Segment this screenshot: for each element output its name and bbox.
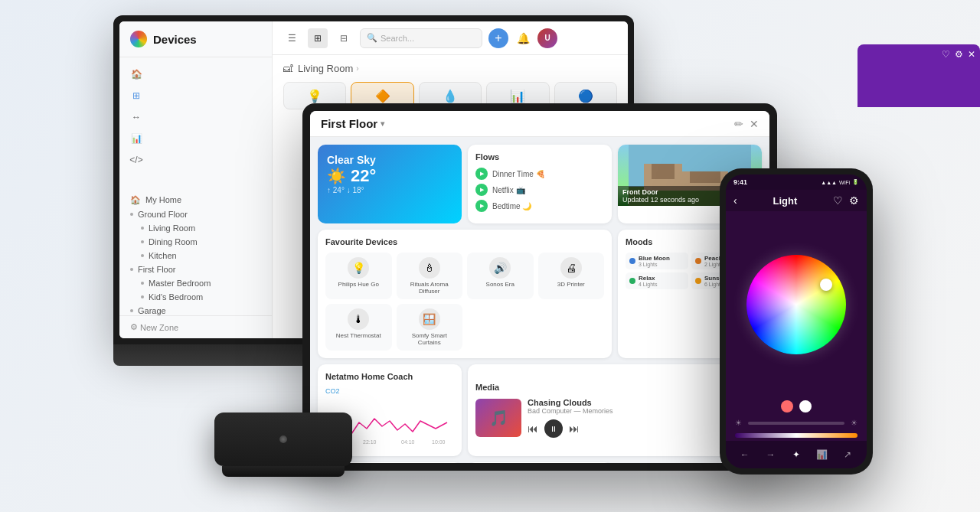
room-name: Living Room xyxy=(298,63,353,74)
nav-forward-icon[interactable]: → xyxy=(761,445,779,464)
color-wheel-cursor xyxy=(820,279,832,291)
devices-icon: ⊞ xyxy=(130,90,142,102)
flow-play-icon: ▶ xyxy=(475,200,488,212)
fav-device-philips[interactable]: 💡 Philips Hue Go xyxy=(325,253,392,299)
fav-device-rituals[interactable]: 🕯 Rituals Aroma Diffuser xyxy=(397,253,463,299)
homey-box-body xyxy=(214,413,352,466)
phone: 9:41 ▲▲▲ WiFi 🔋 ‹ Light ♡ ⚙ xyxy=(720,168,873,474)
grid-view-button[interactable]: ⊞ xyxy=(308,28,328,48)
user-avatar[interactable]: U xyxy=(537,28,557,48)
weather-temp-value: 22° xyxy=(351,166,376,186)
sidebar-logo xyxy=(130,31,147,47)
sidebar-my-home[interactable]: 🏠 My Home xyxy=(119,193,272,207)
color-temp-slider[interactable] xyxy=(735,433,858,438)
tablet-title: First Floor ▾ xyxy=(321,117,384,130)
sidebar-kitchen[interactable]: Kitchen xyxy=(119,249,272,263)
netatmo-subtitle: CO2 xyxy=(325,387,454,395)
flow-item-3[interactable]: ▶ Bedtime 🌙 xyxy=(475,200,604,212)
dropdown-arrow: ▾ xyxy=(381,119,384,128)
search-input[interactable]: 🔍 Search... xyxy=(360,28,482,48)
purple-overlay-window: ♡ ⚙ ✕ xyxy=(858,44,980,107)
svg-text:04:10: 04:10 xyxy=(401,439,415,445)
heart-icon[interactable]: ♡ xyxy=(833,194,843,207)
nav-back-icon[interactable]: ← xyxy=(736,445,754,464)
fav-devices-grid: 💡 Philips Hue Go 🕯 Rituals Aroma Diffuse… xyxy=(325,253,604,351)
tablet-body: Clear Sky ☀️ 22° ↑ 24° ↓ 18° Flows xyxy=(310,137,769,463)
list-view-button[interactable]: ☰ xyxy=(282,28,302,48)
fav-device-sonos[interactable]: 🔊 Sonos Era xyxy=(467,253,534,299)
fav-device-nest[interactable]: 🌡 Nest Thermostat xyxy=(325,304,392,351)
master-bedroom-label: Master Bedroom xyxy=(149,279,211,288)
color-preset-red[interactable] xyxy=(781,400,793,413)
flow-play-icon: ▶ xyxy=(475,184,488,196)
next-button[interactable]: ⏭ xyxy=(569,422,580,435)
sidebar-living-room[interactable]: Living Room xyxy=(119,221,272,235)
brightness-slider[interactable] xyxy=(748,422,844,425)
kitchen-label: Kitchen xyxy=(149,251,177,260)
phone-status-bar: 9:41 ▲▲▲ WiFi 🔋 xyxy=(726,174,867,190)
heart-icon: ♡ xyxy=(942,49,950,60)
somfy-name: Somfy Smart Curtains xyxy=(401,332,459,346)
philips-name: Philips Hue Go xyxy=(338,281,379,288)
sidebar-item-insights[interactable]: 📊 xyxy=(119,128,272,149)
tablet: First Floor ▾ ✏ ✕ Clear Sky ☀️ xyxy=(302,103,777,471)
phone-temp-row xyxy=(726,430,867,441)
color-wheel-container[interactable] xyxy=(726,211,867,397)
phone-time: 9:41 xyxy=(733,178,747,186)
settings-icon[interactable]: ⚙ xyxy=(849,194,859,207)
nav-color-icon[interactable]: ✦ xyxy=(787,445,805,464)
sidebar-kids-bedroom[interactable]: Kid's Bedroom xyxy=(119,290,272,304)
color-preset-white[interactable] xyxy=(799,400,812,413)
brightness-high-icon: ☀ xyxy=(851,419,858,427)
weather-icon: ☀️ xyxy=(327,167,346,185)
new-zone-item[interactable]: ⚙ New Zone xyxy=(130,322,261,332)
dining-room-label: Dining Room xyxy=(149,237,198,246)
fav-device-somfy[interactable]: 🪟 Somfy Smart Curtains xyxy=(397,304,463,351)
sidebar-ground-floor[interactable]: Ground Floor xyxy=(119,207,272,221)
printer-icon: 🖨 xyxy=(560,257,582,279)
sonos-name: Sonos Era xyxy=(486,281,514,288)
layout-view-button[interactable]: ⊟ xyxy=(334,28,354,48)
mood-blue-moon[interactable]: Blue Moon 3 Lights xyxy=(626,253,688,269)
flow-item-1[interactable]: ▶ Dinner Time 🍕 xyxy=(475,168,604,180)
nav-chart-icon[interactable]: 📊 xyxy=(813,445,831,464)
nest-name: Nest Thermostat xyxy=(336,332,381,339)
sidebar-item-developer[interactable]: </> xyxy=(119,149,272,171)
flows-title: Flows xyxy=(475,152,604,161)
notifications-button[interactable]: 🔔 xyxy=(514,30,531,47)
color-wheel[interactable] xyxy=(746,255,846,354)
nav-share-icon[interactable]: ↗ xyxy=(838,445,857,464)
sidebar-garage[interactable]: Garage xyxy=(119,304,272,316)
flow-item-2[interactable]: ▶ Netflix 📺 xyxy=(475,184,604,196)
weather-condition: Clear Sky xyxy=(327,154,452,166)
previous-button[interactable]: ⏮ xyxy=(528,422,538,435)
phone-bottom-nav: ← → ✦ 📊 ↗ xyxy=(726,441,867,468)
sidebar-dining-room[interactable]: Dining Room xyxy=(119,235,272,249)
sidebar-first-floor[interactable]: First Floor xyxy=(119,263,272,276)
weather-range: ↑ 24° ↓ 18° xyxy=(327,186,452,194)
edit-icon[interactable]: ✏ xyxy=(734,118,743,130)
flow-name-1: Dinner Time 🍕 xyxy=(492,170,545,178)
mood-relax[interactable]: Relax 4 Lights xyxy=(626,272,688,289)
mood-count-3: 4 Lights xyxy=(639,282,658,287)
close-icon[interactable]: ✕ xyxy=(750,118,759,130)
sidebar-title: Devices xyxy=(153,33,197,46)
sidebar-item-devices[interactable]: ⊞ xyxy=(119,85,272,106)
media-thumbnail: 🎵 xyxy=(475,399,521,437)
fav-device-3dprinter[interactable]: 🖨 3D Printer xyxy=(538,253,605,299)
netatmo-title: Netatmo Home Coach xyxy=(325,372,454,381)
close-icon[interactable]: ✕ xyxy=(968,49,975,60)
sidebar-master-bedroom[interactable]: Master Bedroom xyxy=(119,276,272,290)
add-device-button[interactable]: + xyxy=(488,28,508,48)
ground-floor-label: Ground Floor xyxy=(138,210,188,219)
flow-name-3: Bedtime 🌙 xyxy=(492,202,531,210)
living-room-card: Living Room All 5 lights are on 🔔 Kitche… xyxy=(468,462,612,463)
sidebar-nav: 🏠 ⊞ ↔ 📊 </> xyxy=(119,57,272,193)
mood-color-dot xyxy=(629,278,635,284)
mood-color-dot xyxy=(629,258,635,264)
sidebar-item-home[interactable]: 🏠 xyxy=(119,64,272,85)
sidebar-item-flows[interactable]: ↔ xyxy=(119,106,272,128)
scene: ♡ ⚙ ✕ Devices 🏠 ⊞ xyxy=(0,0,980,512)
kids-bedroom-label: Kid's Bedroom xyxy=(149,292,203,302)
play-pause-button[interactable]: ⏸ xyxy=(544,419,563,438)
